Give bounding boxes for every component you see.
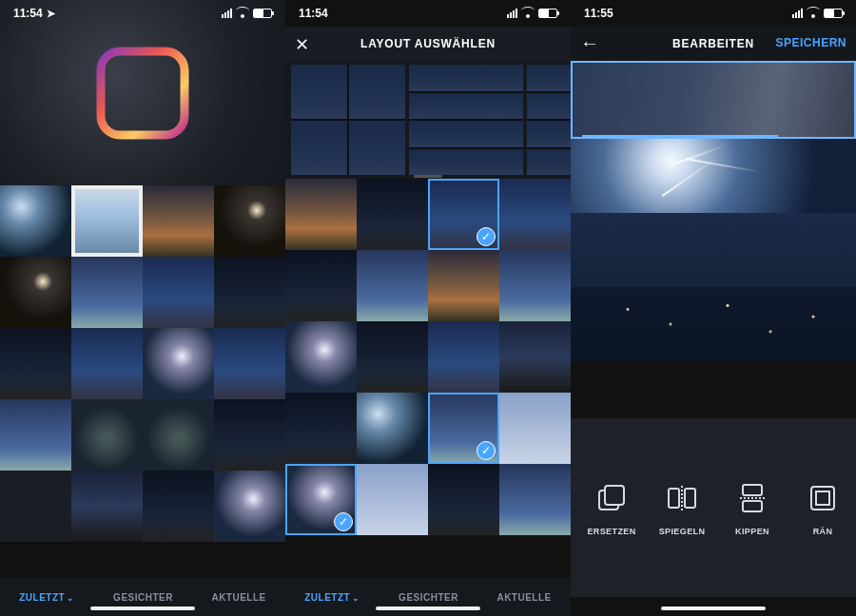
photo-thumb-selected[interactable]: ✓ (428, 179, 499, 250)
signal-icon (507, 9, 517, 18)
signal-icon (222, 9, 232, 18)
status-bar: 11:54 ➤ (0, 0, 285, 27)
photo-thumb[interactable] (71, 257, 143, 328)
photo-grid[interactable] (0, 185, 285, 578)
edit-header-title: BEARBEITEN (672, 37, 754, 50)
back-icon[interactable]: ← (580, 32, 599, 54)
svg-rect-11 (811, 487, 834, 510)
tool-spiegeln[interactable]: SPIEGELN (647, 479, 717, 536)
photo-thumb[interactable] (71, 328, 143, 399)
photo-thumb[interactable] (143, 185, 214, 257)
photo-thumb[interactable] (0, 399, 71, 471)
photo-thumb[interactable] (214, 257, 285, 328)
selected-check-icon: ✓ (334, 512, 353, 531)
battery-icon (253, 9, 272, 18)
layout-options-strip[interactable] (285, 61, 571, 179)
photo-thumb[interactable] (499, 393, 571, 464)
location-icon: ➤ (47, 8, 55, 20)
wifi-icon (236, 9, 249, 18)
home-indicator[interactable] (90, 606, 195, 610)
tool-kippen[interactable]: KIPPEN (717, 479, 788, 536)
photo-thumb[interactable] (428, 464, 499, 535)
photo-thumb[interactable] (357, 321, 428, 393)
tab-aktuelle[interactable]: AKTUELLE (496, 592, 551, 603)
wifi-icon (521, 9, 535, 18)
photo-thumb[interactable] (357, 179, 428, 250)
tab-zuletzt[interactable]: ZULETZT⌄ (19, 592, 74, 603)
photo-thumb[interactable] (0, 471, 71, 542)
collage-canvas[interactable] (571, 61, 856, 361)
photo-thumb[interactable] (143, 328, 214, 399)
photo-thumb[interactable] (71, 471, 143, 542)
app-hero (0, 0, 285, 185)
photo-thumb[interactable] (357, 393, 428, 464)
collage-pane-1-selected[interactable] (571, 61, 856, 139)
close-icon[interactable]: ✕ (295, 34, 309, 55)
photo-thumb[interactable] (499, 321, 571, 393)
status-bar: 11:54 (285, 0, 571, 27)
photo-thumb[interactable] (0, 257, 71, 328)
tool-ersetzen[interactable]: ERSETZEN (576, 479, 647, 536)
battery-icon (538, 9, 557, 18)
photo-thumb[interactable] (214, 471, 285, 542)
tool-label: SPIEGELN (659, 527, 706, 536)
photo-thumb[interactable] (214, 328, 285, 399)
collage-pane-4[interactable] (571, 287, 856, 361)
photo-thumb[interactable] (71, 185, 143, 257)
photo-thumb[interactable] (499, 464, 571, 535)
photo-thumb-selected[interactable]: ✓ (285, 464, 357, 535)
svg-rect-4 (605, 486, 624, 505)
status-time: 11:55 (584, 7, 613, 20)
collage-pane-3[interactable] (571, 213, 856, 287)
photo-thumb[interactable] (357, 250, 428, 321)
flip-icon (733, 479, 771, 517)
photo-thumb[interactable] (214, 399, 285, 471)
save-button[interactable]: SPEICHERN (775, 36, 846, 49)
home-indicator[interactable] (376, 606, 480, 610)
battery-icon (824, 9, 843, 18)
sheet-drag-handle[interactable] (414, 175, 442, 178)
screen-2-layout-select: 11:54 ✕ LAYOUT AUSWÄHLEN (285, 0, 571, 616)
home-indicator[interactable] (661, 606, 766, 610)
photo-thumb[interactable] (285, 250, 357, 321)
photo-thumb[interactable] (499, 179, 571, 250)
photo-thumb[interactable] (143, 257, 214, 328)
layout-option-4rows-b[interactable] (527, 65, 571, 175)
photo-thumb[interactable] (0, 328, 71, 399)
selected-check-icon: ✓ (477, 227, 496, 246)
edit-toolbar: ERSETZEN SPIEGELN KIPPEN RÄN (571, 418, 856, 597)
layout-option-4rows[interactable] (409, 65, 523, 175)
photo-thumb[interactable] (143, 399, 214, 471)
screen-1-photo-picker: 11:54 ➤ (0, 0, 285, 616)
tab-gesichter[interactable]: GESICHTER (399, 592, 458, 603)
tab-gesichter[interactable]: GESICHTER (113, 592, 173, 603)
tool-label: ERSETZEN (587, 527, 635, 536)
photo-thumb-selected[interactable]: ✓ (428, 393, 499, 464)
photo-thumb[interactable] (285, 393, 357, 464)
photo-thumb[interactable] (357, 464, 428, 535)
tool-label: KIPPEN (735, 527, 769, 536)
photo-grid[interactable]: ✓ ✓ ✓ (285, 179, 571, 578)
photo-thumb[interactable] (0, 185, 71, 257)
tool-raender[interactable]: RÄN (788, 479, 856, 536)
pane-resize-handle[interactable] (582, 135, 778, 137)
tab-aktuelle[interactable]: AKTUELLE (211, 592, 265, 603)
photo-thumb[interactable] (143, 471, 214, 542)
svg-rect-7 (685, 489, 695, 508)
collage-pane-2[interactable] (571, 139, 856, 213)
photo-thumb[interactable] (428, 250, 499, 321)
photo-thumb[interactable] (428, 321, 499, 393)
wifi-icon (807, 9, 820, 18)
photo-thumb[interactable] (499, 250, 571, 321)
svg-rect-12 (816, 491, 829, 505)
photo-thumb[interactable] (71, 399, 143, 471)
status-time: 11:54 (13, 7, 43, 20)
photo-thumb[interactable] (214, 185, 285, 257)
photo-thumb[interactable] (285, 179, 357, 250)
bottom-tabs: ZULETZT⌄ GESICHTER AKTUELLE (285, 578, 571, 616)
layout-app-icon (95, 46, 190, 141)
layout-option-2x2[interactable] (291, 65, 405, 175)
tab-zuletzt[interactable]: ZULETZT⌄ (304, 592, 360, 603)
chevron-down-icon: ⌄ (352, 593, 360, 603)
photo-thumb[interactable] (285, 321, 357, 393)
